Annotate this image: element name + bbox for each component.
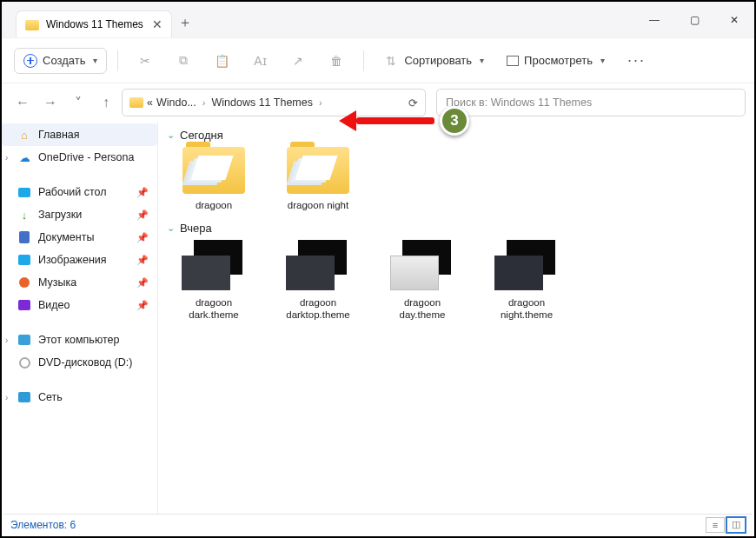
chevron-down-icon: ⌄ <box>167 130 175 141</box>
view-icon <box>507 56 519 66</box>
tab-active[interactable]: Windows 11 Themes ✕ <box>16 10 172 37</box>
arrow-icon <box>339 110 356 131</box>
toolbar: Создать ✂ ⧉ 📋 Aɪ ↗ 🗑 ⇅ Сортировать Просм… <box>2 38 754 83</box>
home-icon: ⌂ <box>17 128 31 142</box>
pin-icon: 📌 <box>136 277 149 289</box>
chevron-down-icon: ⌄ <box>167 223 175 234</box>
nav-up[interactable]: ↑ <box>94 90 118 115</box>
minimize-button[interactable]: — <box>634 3 674 37</box>
more-button[interactable]: ··· <box>619 46 654 75</box>
sidebar-item-documents[interactable]: Документы 📌 <box>2 226 157 249</box>
chevron-right-icon[interactable]: › <box>5 153 8 163</box>
tab-title: Windows 11 Themes <box>46 18 143 30</box>
theme-item[interactable]: dragoon dark.theme <box>172 240 255 322</box>
chevron-right-icon[interactable]: › <box>5 335 8 345</box>
desktop-icon <box>18 188 30 197</box>
item-label: dragoon darktop.theme <box>286 297 350 322</box>
onedrive-icon: ☁ <box>17 150 31 164</box>
search-input[interactable]: Поиск в: Windows 11 Themes <box>436 89 746 116</box>
sidebar-item-downloads[interactable]: ↓ Загрузки 📌 <box>2 203 157 226</box>
sidebar-item-pictures[interactable]: Изображения 📌 <box>2 249 157 271</box>
sidebar-label: Рабочий стол <box>38 186 106 198</box>
item-label: dragoon night <box>288 199 348 211</box>
copy-button[interactable]: ⧉ <box>167 48 200 74</box>
sidebar-label: Главная <box>38 129 80 141</box>
sidebar-item-home[interactable]: ⌂ Главная <box>2 123 157 146</box>
nav-back[interactable]: ← <box>10 90 35 115</box>
theme-item[interactable]: dragoon night.theme <box>485 240 568 322</box>
group-label: Сегодня <box>180 129 223 142</box>
sidebar-item-dvd[interactable]: DVD-дисковод (D:) <box>2 351 157 374</box>
view-grid-button[interactable]: ◫ <box>726 517 746 533</box>
cut-icon: ✂ <box>137 53 153 69</box>
sidebar-item-this-pc[interactable]: › Этот компьютер <box>2 329 157 351</box>
close-window-button[interactable]: ✕ <box>714 3 754 37</box>
group-yesterday-items: dragoon dark.theme dragoon darktop.theme… <box>167 240 746 322</box>
titlebar: Windows 11 Themes ✕ ＋ — ▢ ✕ <box>2 2 754 38</box>
theme-item[interactable]: dragoon day.theme <box>381 240 464 322</box>
item-label: dragoon <box>196 199 232 211</box>
sort-label: Сортировать <box>404 54 472 67</box>
cut-button[interactable]: ✂ <box>129 48 162 74</box>
delete-icon: 🗑 <box>328 53 344 69</box>
theme-icon <box>493 240 560 294</box>
sidebar-item-network[interactable]: › Сеть <box>2 386 157 408</box>
folder-item[interactable]: dragoon night <box>276 147 360 211</box>
breadcrumb-part2[interactable]: Windows 11 Themes <box>211 96 313 109</box>
maximize-button[interactable]: ▢ <box>674 3 714 37</box>
create-label: Создать <box>43 54 85 67</box>
nav-forward[interactable]: → <box>38 90 63 115</box>
sidebar-label: OneDrive - Persona <box>38 151 134 163</box>
delete-button[interactable]: 🗑 <box>320 48 353 74</box>
theme-icon <box>388 240 456 294</box>
sidebar-item-onedrive[interactable]: › ☁ OneDrive - Persona <box>2 146 157 169</box>
new-tab-button[interactable]: ＋ <box>172 9 198 37</box>
sidebar: ⌂ Главная › ☁ OneDrive - Persona Рабочий… <box>2 122 158 514</box>
view-list-button[interactable]: ≡ <box>706 517 725 533</box>
folder-icon <box>129 97 143 108</box>
chevron-right-icon: › <box>200 97 209 108</box>
plus-icon <box>23 54 37 68</box>
breadcrumb-overflow: « <box>147 96 153 109</box>
sidebar-item-music[interactable]: Музыка 📌 <box>2 271 157 294</box>
view-button[interactable]: Просмотреть <box>498 49 613 72</box>
breadcrumb-part1[interactable]: Windo... <box>156 96 196 109</box>
video-icon <box>18 300 30 310</box>
sidebar-item-video[interactable]: Видео 📌 <box>2 294 157 316</box>
folder-item[interactable]: dragoon <box>172 147 255 211</box>
copy-icon: ⧉ <box>176 53 191 69</box>
chevron-right-icon[interactable]: › <box>5 393 8 402</box>
pc-icon <box>18 335 30 345</box>
theme-icon <box>284 240 352 294</box>
step-badge: 3 <box>440 106 469 136</box>
close-tab-icon[interactable]: ✕ <box>152 17 162 31</box>
separator <box>363 50 364 71</box>
dvd-icon <box>19 357 30 369</box>
pin-icon: 📌 <box>136 187 149 198</box>
view-label: Просмотреть <box>524 54 593 67</box>
documents-icon <box>19 231 30 243</box>
paste-icon: 📋 <box>214 53 229 69</box>
pictures-icon <box>18 255 30 265</box>
theme-item[interactable]: dragoon darktop.theme <box>276 240 360 322</box>
downloads-icon: ↓ <box>17 208 31 222</box>
share-icon: ↗ <box>290 53 306 69</box>
folder-icon <box>25 20 39 30</box>
share-button[interactable]: ↗ <box>282 48 315 74</box>
sort-button[interactable]: ⇅ Сортировать <box>375 48 493 74</box>
group-label: Вчера <box>180 222 212 235</box>
dots-icon: ··· <box>627 51 646 70</box>
view-switch: ≡ ◫ <box>706 517 746 533</box>
sidebar-label: Видео <box>38 299 70 311</box>
sidebar-label: DVD-дисковод (D:) <box>38 356 132 369</box>
folder-icon <box>287 147 349 194</box>
sidebar-label: Изображения <box>38 254 107 266</box>
group-yesterday-header[interactable]: ⌄ Вчера <box>167 222 746 235</box>
sidebar-item-desktop[interactable]: Рабочий стол 📌 <box>2 181 157 203</box>
nav-recent[interactable]: ˅ <box>66 90 90 115</box>
create-button[interactable]: Создать <box>14 48 107 74</box>
paste-button[interactable]: 📋 <box>205 48 238 74</box>
pin-icon: 📌 <box>136 209 149 221</box>
rename-button[interactable]: Aɪ <box>243 48 276 74</box>
sidebar-label: Загрузки <box>38 209 82 221</box>
